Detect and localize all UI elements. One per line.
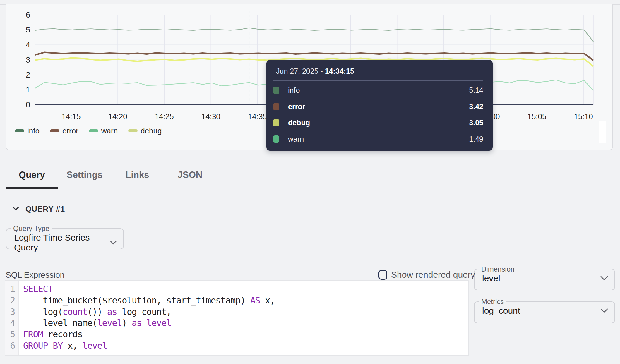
- tooltip-date: Jun 27, 2025 -: [276, 67, 325, 75]
- metrics-label: Metrics: [479, 298, 506, 305]
- chevron-down-icon[interactable]: [13, 207, 19, 211]
- legend-item-error[interactable]: error: [50, 126, 78, 135]
- dashboard-query-editor: 14:1514:2014:2514:3014:3514:4014:4514:50…: [0, 0, 620, 364]
- y-tick-label: 0: [26, 100, 30, 109]
- tooltip-series-value: 3.42: [469, 102, 483, 111]
- legend-label: info: [27, 126, 40, 135]
- query-section-title[interactable]: QUERY #1: [25, 205, 65, 214]
- tab-settings[interactable]: Settings: [58, 165, 111, 185]
- tooltip-row-info: info5.14: [273, 86, 483, 95]
- tooltip-series-label: warn: [288, 135, 304, 143]
- x-tick-label: 14:35: [248, 112, 267, 121]
- x-tick-label: 14:25: [155, 112, 174, 121]
- tooltip-series-value: 5.14: [469, 86, 483, 95]
- code-line: SELECT: [23, 284, 468, 295]
- metrics-select[interactable]: Metrics log_count: [474, 298, 615, 323]
- query-type-label: Query Type: [11, 225, 52, 232]
- tooltip-row-debug: debug3.05: [273, 119, 483, 127]
- dimension-value: level: [482, 273, 500, 283]
- tooltip-swatch-warn: [273, 135, 279, 143]
- tooltip-series-label: info: [288, 86, 300, 95]
- line-number: 1: [5, 284, 15, 295]
- code-line: time_bucket($resolution, start_timestamp…: [23, 295, 468, 306]
- y-tick-label: 2: [26, 71, 30, 79]
- y-tick-label: 1: [26, 85, 30, 94]
- code-line: FROM records: [23, 329, 468, 340]
- chart-legend: infoerrorwarndebug: [15, 128, 162, 134]
- chevron-down-icon: [600, 276, 608, 281]
- query-section-divider: [5, 219, 616, 219]
- tab-json[interactable]: JSON: [164, 165, 216, 185]
- legend-label: error: [62, 126, 78, 135]
- y-tick-label: 6: [26, 11, 30, 19]
- legend-swatch-error: [50, 129, 59, 132]
- code-line: log(count()) as log_count,: [23, 306, 468, 318]
- tooltip-swatch-error: [273, 103, 279, 110]
- dimension-select[interactable]: Dimension level: [474, 266, 615, 290]
- tooltip-rows: info5.14error3.42debug3.05warn1.49: [273, 82, 483, 147]
- line-number: 2: [5, 295, 15, 306]
- tooltip-time: 14:34:15: [325, 67, 354, 75]
- y-tick-label: 5: [26, 25, 30, 34]
- tab-query[interactable]: Query: [6, 165, 58, 185]
- line-number: 6: [5, 340, 15, 352]
- code-line: GROUP BY x, level: [23, 340, 468, 352]
- legend-label: warn: [101, 126, 118, 135]
- x-tick-label: 15:05: [527, 112, 546, 121]
- tooltip-timestamp: Jun 27, 2025 - 14:34:15: [273, 67, 483, 75]
- code-line: level_name(level) as level: [23, 317, 468, 329]
- line-number: 5: [5, 329, 15, 340]
- legend-swatch-warn: [89, 129, 98, 132]
- x-tick-label: 14:15: [61, 112, 81, 121]
- tooltip-divider: [273, 80, 483, 81]
- legend-label: debug: [141, 126, 162, 135]
- legend-item-info[interactable]: info: [15, 126, 40, 135]
- tooltip-swatch-info: [273, 87, 279, 94]
- legend-swatch-info: [15, 129, 24, 132]
- legend-swatch-debug: [128, 129, 138, 132]
- tooltip-series-value: 3.05: [469, 119, 483, 127]
- metrics-value: log_count: [482, 306, 520, 316]
- line-number: 4: [5, 317, 15, 329]
- chart-scrollbar-thumb[interactable]: [599, 121, 606, 143]
- y-tick-label: 4: [26, 40, 30, 49]
- x-tick-label: 14:20: [108, 112, 127, 121]
- x-tick-label: 15:10: [574, 112, 593, 121]
- tooltip-series-value: 1.49: [469, 135, 483, 143]
- tooltip-swatch-debug: [273, 119, 279, 126]
- legend-item-warn[interactable]: warn: [89, 126, 118, 135]
- chart-tooltip: Jun 27, 2025 - 14:34:15 info5.14error3.4…: [266, 60, 493, 151]
- dimension-label: Dimension: [479, 266, 517, 273]
- show-rendered-query-control: Show rendered query: [378, 269, 475, 280]
- query-type-value: Logfire Time Series Query: [14, 233, 110, 253]
- chevron-down-icon: [600, 308, 608, 313]
- tab-bar: QuerySettingsLinksJSON: [6, 165, 216, 185]
- show-rendered-query-label[interactable]: Show rendered query: [391, 270, 475, 280]
- y-tick-label: 3: [26, 56, 30, 64]
- legend-item-debug[interactable]: debug: [128, 126, 162, 135]
- chevron-down-icon: [110, 240, 117, 245]
- sql-expression-label: SQL Expression: [6, 270, 64, 280]
- line-number-gutter: 123456: [5, 281, 19, 355]
- sql-code[interactable]: SELECT time_bucket($resolution, start_ti…: [19, 281, 468, 355]
- show-rendered-query-checkbox[interactable]: [378, 270, 387, 280]
- line-number: 3: [5, 306, 15, 318]
- sql-code-editor[interactable]: 123456 SELECT time_bucket($resolution, s…: [5, 280, 469, 356]
- tooltip-row-warn: warn1.49: [273, 135, 483, 143]
- query-type-select[interactable]: Query Type Logfire Time Series Query: [6, 225, 124, 249]
- tab-links[interactable]: Links: [111, 165, 164, 185]
- tooltip-series-label: debug: [288, 119, 310, 127]
- x-tick-label: 14:30: [201, 112, 220, 121]
- tooltip-series-label: error: [288, 102, 305, 111]
- tab-bar-underline: [6, 189, 620, 189]
- tooltip-row-error: error3.42: [273, 102, 483, 111]
- tab-active-indicator: [6, 187, 58, 189]
